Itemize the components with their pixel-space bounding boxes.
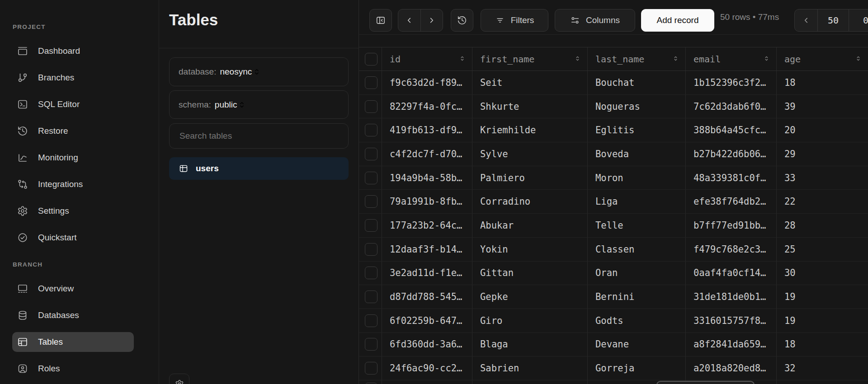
table-search-input[interactable] xyxy=(179,131,339,141)
table-cell-id[interactable]: 6fd360dd-3a6… xyxy=(382,333,472,356)
table-cell-age[interactable]: 33 xyxy=(777,166,868,190)
sidebar-item-databases[interactable]: Databases xyxy=(12,305,134,325)
table-cell-email[interactable]: 1b152396c3f2… xyxy=(686,71,777,94)
table-cell-id[interactable]: 12daaf3f-b14… xyxy=(382,238,472,261)
table-cell-first-name[interactable]: Yokin xyxy=(472,238,588,261)
table-cell-last-name[interactable]: Bouchat xyxy=(588,71,686,94)
table-cell-age[interactable]: 18 xyxy=(777,71,868,94)
table-cell-age[interactable]: 30 xyxy=(777,262,868,285)
table-cell-id[interactable]: 194a9b4a-58b… xyxy=(382,166,472,190)
table-cell-email[interactable]: 3316015757f8… xyxy=(686,309,777,332)
sort-icon[interactable] xyxy=(763,54,770,65)
table-cell-first-name[interactable]: Sabrien xyxy=(472,356,588,380)
row-checkbox[interactable] xyxy=(365,76,377,89)
schema-select[interactable]: schema: public xyxy=(169,90,349,119)
table-cell-age[interactable]: 39 xyxy=(777,95,868,118)
sidebar-item-monitoring[interactable]: Monitoring xyxy=(12,148,134,168)
table-cell-age[interactable]: 25 xyxy=(777,238,868,261)
sidebar-item-roles[interactable]: Roles xyxy=(12,359,134,379)
row-checkbox[interactable] xyxy=(365,172,377,184)
table-cell-email[interactable]: 0aaf4fa0cf14… xyxy=(686,262,777,285)
table-cell-id[interactable]: 3e2ad11d-f1e… xyxy=(382,262,472,285)
table-cell-id[interactable]: d87dd788-545… xyxy=(382,285,472,309)
table-cell-email[interactable]: 7c62d3dab6f0… xyxy=(686,95,777,118)
table-cell-id[interactable]: c4f2dc7f-d70… xyxy=(382,142,472,166)
column-header-id[interactable]: id xyxy=(382,47,472,70)
table-cell-id[interactable]: 177a23b2-64c… xyxy=(382,214,472,237)
table-list-item-users[interactable]: users xyxy=(169,157,349,180)
table-cell-last-name[interactable]: Nogueras xyxy=(588,95,686,118)
table-cell-email[interactable]: 48a339381c0f… xyxy=(686,166,777,190)
table-cell-last-name[interactable]: Classen xyxy=(588,238,686,261)
table-cell-id[interactable]: 24f6ac90-cc2… xyxy=(382,356,472,380)
row-checkbox[interactable] xyxy=(365,362,377,375)
filters-button[interactable]: Filters xyxy=(481,9,548,32)
column-header-email[interactable]: email xyxy=(686,47,777,70)
row-checkbox[interactable] xyxy=(365,124,377,136)
table-cell-first-name[interactable]: Corradino xyxy=(472,190,588,213)
table-cell-email[interactable]: b7ff77ed91bb… xyxy=(686,214,777,237)
column-header-age[interactable]: age xyxy=(777,47,868,70)
table-cell-last-name[interactable]: Godts xyxy=(588,309,686,332)
sidebar-item-integrations[interactable]: Integrations xyxy=(12,174,134,194)
table-cell-id[interactable]: 79a1991b-8fb… xyxy=(382,190,472,213)
row-checkbox[interactable] xyxy=(365,338,377,351)
row-checkbox[interactable] xyxy=(365,219,377,232)
row-checkbox[interactable] xyxy=(365,267,377,279)
sort-icon[interactable] xyxy=(458,54,466,65)
sidebar-item-tables[interactable]: Tables xyxy=(12,332,134,352)
row-checkbox[interactable] xyxy=(365,100,377,113)
prev-button[interactable] xyxy=(398,9,420,31)
collapse-panel-button[interactable] xyxy=(369,9,392,32)
table-cell-id[interactable]: f9c63d2d-f89… xyxy=(382,71,472,94)
table-cell-first-name[interactable]: Abukar xyxy=(472,214,588,237)
table-cell-last-name[interactable]: Moron xyxy=(588,166,686,190)
sidebar-item-sql-editor[interactable]: SQL Editor xyxy=(12,94,134,114)
table-cell-email[interactable]: 388b64a45cfc… xyxy=(686,118,777,142)
table-cell-last-name[interactable]: Bernini xyxy=(588,285,686,309)
table-cell-age[interactable]: 32 xyxy=(777,356,868,380)
table-cell-first-name[interactable]: Kriemhilde xyxy=(472,118,588,142)
table-cell-first-name[interactable]: Sylve xyxy=(472,142,588,166)
table-cell-age[interactable]: 28 xyxy=(777,214,868,237)
table-cell-last-name[interactable]: Boveda xyxy=(588,142,686,166)
row-checkbox[interactable] xyxy=(365,243,377,256)
table-cell-first-name[interactable]: Gittan xyxy=(472,262,588,285)
add-record-button[interactable]: Add record xyxy=(641,9,714,32)
table-cell-email[interactable]: b27b422d6b06… xyxy=(686,142,777,166)
page-prev-button[interactable] xyxy=(795,9,817,31)
table-cell-last-name[interactable]: Devane xyxy=(588,333,686,356)
row-checkbox[interactable] xyxy=(365,314,377,327)
sort-icon[interactable] xyxy=(672,54,679,65)
column-header-first-name[interactable]: first_name xyxy=(472,47,588,70)
table-cell-id[interactable]: 419fb613-df9… xyxy=(382,118,472,142)
row-checkbox[interactable] xyxy=(365,195,377,208)
database-select[interactable]: database: neosync xyxy=(169,57,349,86)
table-cell-id[interactable]: 82297f4a-0fc… xyxy=(382,95,472,118)
table-cell-age[interactable]: 20 xyxy=(777,118,868,142)
table-cell-email[interactable]: a2018a820ed8… xyxy=(686,356,777,380)
table-cell-last-name[interactable]: Oran xyxy=(588,262,686,285)
table-cell-age[interactable]: 22 xyxy=(777,190,868,213)
table-cell-id[interactable]: 6f02259b-647… xyxy=(382,309,472,332)
sort-icon[interactable] xyxy=(574,54,581,65)
row-checkbox[interactable] xyxy=(365,148,377,160)
sidebar-item-branches[interactable]: Branches xyxy=(12,68,134,88)
table-cell-first-name[interactable]: Seit xyxy=(472,71,588,94)
row-checkbox[interactable] xyxy=(365,290,377,303)
sort-icon[interactable] xyxy=(854,54,862,65)
columns-button[interactable]: Columns xyxy=(555,9,635,32)
table-cell-first-name[interactable]: Palmiero xyxy=(472,166,588,190)
table-cell-last-name[interactable]: Telle xyxy=(588,214,686,237)
page-offset-value[interactable]: 0 xyxy=(849,9,868,31)
table-cell-last-name[interactable]: Liga xyxy=(588,190,686,213)
table-cell-last-name[interactable]: Gorreja xyxy=(588,356,686,380)
table-cell-email[interactable]: 31de181de0b1… xyxy=(686,285,777,309)
history-button[interactable] xyxy=(451,9,473,32)
next-button[interactable] xyxy=(420,9,443,31)
table-cell-age[interactable]: 29 xyxy=(777,142,868,166)
page-size-value[interactable]: 50 xyxy=(817,9,849,31)
table-cell-first-name[interactable]: Blaga xyxy=(472,333,588,356)
table-cell-last-name[interactable]: Eglitis xyxy=(588,118,686,142)
table-cell-email[interactable]: a8f2841da659… xyxy=(686,333,777,356)
